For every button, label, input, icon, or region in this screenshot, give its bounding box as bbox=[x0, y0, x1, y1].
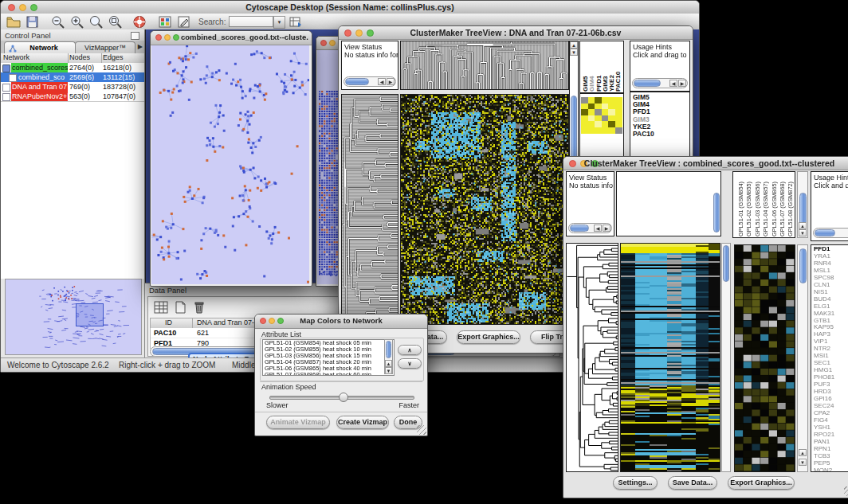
matrix-cell[interactable] bbox=[615, 127, 622, 134]
scroll-down-icon[interactable]: ▼ bbox=[799, 459, 807, 466]
matrix-cell[interactable] bbox=[581, 109, 588, 115]
zoom-fit-icon[interactable] bbox=[88, 15, 104, 29]
resize-grip[interactable] bbox=[417, 425, 426, 435]
animation-speed-slider[interactable] bbox=[269, 396, 414, 400]
attribute-list[interactable]: GPL51-01 (GSM854) heat shock 05 minGPL51… bbox=[262, 339, 395, 376]
tv2-status-hscroll[interactable]: ◀ ▶ bbox=[568, 223, 612, 233]
scroll-up-icon[interactable]: ▲ bbox=[799, 449, 807, 456]
network1-titlebar[interactable]: combined_scores_good.txt--cluste... bbox=[151, 31, 312, 45]
matrix-cell[interactable] bbox=[602, 97, 609, 104]
scroll-left-icon[interactable]: ◀ bbox=[594, 225, 602, 232]
maximize-icon[interactable] bbox=[173, 34, 179, 41]
tv2-column-label[interactable]: GPL51-01 (GSM854) bbox=[736, 173, 744, 236]
tv2-heatmap-canvas[interactable] bbox=[621, 244, 720, 471]
matrix-cell[interactable] bbox=[595, 104, 602, 110]
scroll-up-icon[interactable]: ▲ bbox=[385, 360, 392, 367]
matrix-cell[interactable] bbox=[595, 97, 602, 104]
tv1-usage-hscroll[interactable]: ◀ ▶ bbox=[632, 78, 688, 88]
matrix-cell[interactable] bbox=[595, 121, 602, 127]
matrix-cell[interactable] bbox=[588, 121, 595, 127]
tv1-column-dendrogram-pane[interactable] bbox=[400, 41, 569, 90]
tv1-yellow-matrix[interactable] bbox=[581, 97, 622, 134]
network-table-row[interactable]: combined_sco2569(6)13112(15) bbox=[1, 72, 144, 82]
tv2-column-label[interactable]: GPL51-03 (GSM856) bbox=[753, 173, 761, 236]
matrix-cell[interactable] bbox=[608, 97, 615, 104]
matrix-cell[interactable] bbox=[581, 121, 588, 127]
dp-col-id[interactable]: ID bbox=[165, 318, 172, 326]
float-panel-icon[interactable] bbox=[131, 32, 139, 40]
tv2-button[interactable]: Settings... bbox=[613, 476, 658, 490]
save-icon[interactable] bbox=[25, 15, 41, 29]
tv2-row-dendrogram-canvas[interactable] bbox=[567, 244, 618, 471]
tv1-button[interactable]: Export Graphics... bbox=[457, 330, 520, 344]
delete-attribute-icon[interactable] bbox=[191, 300, 207, 315]
matrix-cell[interactable] bbox=[615, 115, 622, 122]
new-attribute-icon[interactable] bbox=[172, 300, 188, 315]
matrix-cell[interactable] bbox=[602, 127, 609, 134]
network-table-row[interactable]: combined_scores2764(0)16218(0) bbox=[1, 63, 144, 72]
col-network[interactable]: Network bbox=[3, 53, 29, 61]
col-nodes[interactable]: Nodes bbox=[69, 53, 90, 61]
tv2-row-dendrogram-pane[interactable] bbox=[566, 243, 618, 472]
attribute-list-vscroll[interactable]: ▲ ▼ bbox=[384, 339, 393, 374]
minimize-icon[interactable] bbox=[164, 34, 171, 41]
matrix-cell[interactable] bbox=[608, 115, 615, 122]
minimize-icon[interactable] bbox=[329, 40, 336, 46]
tv1-heatmap-pane[interactable] bbox=[400, 94, 569, 325]
tv1-heatmap-canvas[interactable] bbox=[401, 95, 568, 324]
dialog-titlebar[interactable]: Map Colors to Network bbox=[255, 315, 427, 329]
tab-network[interactable]: Network bbox=[4, 41, 76, 54]
matrix-cell[interactable] bbox=[595, 115, 602, 122]
matrix-cell[interactable] bbox=[602, 104, 609, 110]
main-titlebar[interactable]: Cytoscape Desktop (Session Name: collins… bbox=[1, 1, 699, 14]
move-down-button[interactable]: ∨ bbox=[398, 358, 422, 369]
matrix-cell[interactable] bbox=[588, 97, 595, 104]
tab-vizmapper[interactable]: VizMapper™ bbox=[75, 41, 135, 54]
zoom-in-icon[interactable] bbox=[69, 15, 85, 29]
network-overview-canvas[interactable] bbox=[5, 279, 142, 355]
scroll-right-icon[interactable]: ▶ bbox=[678, 80, 686, 87]
network1-canvas[interactable] bbox=[151, 45, 309, 284]
scroll-up-icon[interactable]: ▲ bbox=[570, 41, 578, 49]
scroll-down-icon[interactable]: ▼ bbox=[799, 229, 807, 236]
tv1-row-dendrogram-canvas[interactable] bbox=[342, 95, 398, 324]
vizmapper-icon[interactable] bbox=[157, 15, 173, 29]
matrix-cell[interactable] bbox=[602, 115, 609, 122]
resize-grip[interactable] bbox=[844, 486, 848, 496]
tv2-top-vscroll-thumb[interactable] bbox=[713, 193, 720, 232]
scroll-right-icon[interactable]: ▶ bbox=[387, 78, 395, 85]
tv2-collabel-vscroll[interactable]: ▲ ▼ bbox=[797, 171, 808, 238]
attribute-list-item[interactable]: GPL51-07 (GSM868) heat shock 60 min bbox=[263, 372, 394, 376]
search-input[interactable] bbox=[229, 16, 273, 27]
search-dropdown-arrow-icon[interactable]: ▼ bbox=[273, 16, 285, 29]
treeview2-titlebar[interactable]: ClusterMaker TreeView : combined_scores_… bbox=[563, 157, 848, 170]
scroll-down-icon[interactable]: ▼ bbox=[570, 49, 578, 56]
tv1-column-label[interactable]: PAC10 bbox=[615, 42, 622, 92]
scroll-left-icon[interactable]: ◀ bbox=[378, 78, 386, 85]
tv2-column-label[interactable]: GPL51-02 (GSM855) bbox=[744, 173, 752, 236]
matrix-cell[interactable] bbox=[615, 121, 622, 127]
tv2-button[interactable]: Export Graphics... bbox=[728, 476, 795, 490]
scroll-right-icon[interactable]: ▶ bbox=[603, 225, 610, 232]
tv2-column-dendrogram-pane[interactable] bbox=[616, 171, 721, 236]
matrix-cell[interactable] bbox=[595, 127, 602, 134]
col-edges[interactable]: Edges bbox=[103, 53, 124, 61]
scroll-left-icon[interactable]: ◀ bbox=[669, 80, 677, 87]
tv2-column-label[interactable]: GPL51-04 (GSM857) bbox=[761, 173, 769, 236]
tv2-gene-vscroll[interactable]: ▲ ▼ bbox=[797, 244, 808, 472]
annotation-icon[interactable] bbox=[176, 15, 192, 29]
matrix-cell[interactable] bbox=[588, 115, 595, 122]
tv2-column-label[interactable]: GPL51-08 (GSM872) bbox=[786, 173, 794, 236]
import-table-icon[interactable] bbox=[288, 15, 304, 29]
tv1-column-dendrogram-canvas[interactable] bbox=[401, 41, 568, 89]
matrix-cell[interactable] bbox=[581, 115, 588, 122]
matrix-cell[interactable] bbox=[602, 121, 609, 127]
treeview1-titlebar[interactable]: ClusterMaker TreeView : DNA and Tran 07-… bbox=[339, 26, 693, 40]
tv2-heatmap-pane[interactable] bbox=[620, 243, 720, 472]
slider-thumb[interactable] bbox=[339, 393, 348, 402]
matrix-cell[interactable] bbox=[615, 109, 622, 115]
matrix-cell[interactable] bbox=[608, 109, 615, 115]
animate-vizmap-button[interactable]: Animate Vizmap bbox=[266, 416, 330, 429]
matrix-cell[interactable] bbox=[588, 109, 595, 115]
attribute-table-icon[interactable] bbox=[153, 300, 169, 315]
